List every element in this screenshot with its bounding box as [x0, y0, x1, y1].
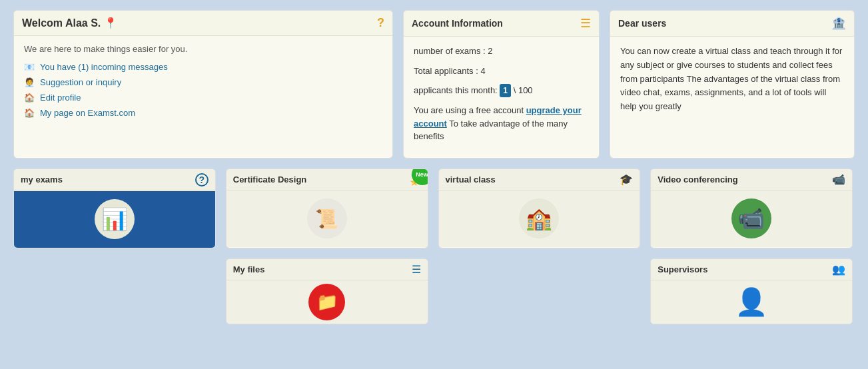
suggestion-icon: 🧑‍💼 [24, 77, 35, 87]
feature-my-exams[interactable]: my exams ? 📊 [13, 169, 216, 248]
my-files-title: My files [233, 264, 265, 274]
supervisors-people-icon: 👥 [832, 263, 845, 276]
my-page-icon: 🏠 [24, 108, 35, 118]
bottom-spacer-2 [438, 258, 641, 324]
exams-count: number of exams : 2 [414, 45, 589, 58]
feature-video-header: Video conferencing 📹 [651, 169, 852, 190]
my-files-body[interactable]: 📁 [226, 280, 428, 324]
feature-virtual-class[interactable]: virtual class 🎓 🏫 [438, 169, 641, 248]
account-list-icon: ☰ [580, 16, 591, 31]
bottom-partial-row: My files ☰ 📁 Supervisors 👥 👤 [13, 258, 855, 324]
email-icon: 📧 [24, 62, 35, 72]
edit-profile-item: 🏠 Edit profile [24, 93, 382, 103]
feature-certificate[interactable]: Certificate Design 🎖️ New 📜 [226, 169, 428, 248]
feature-my-exams-header: my exams ? [14, 169, 215, 191]
my-exams-help-icon[interactable]: ? [195, 173, 209, 186]
welcome-title: Welcom Alaa S. 📍 [22, 17, 117, 29]
dear-card-header: Dear users 🏦 [610, 11, 854, 37]
video-add-icon: 📹 [832, 173, 845, 186]
my-files-list-icon: ☰ [412, 263, 421, 276]
dear-card-body: You can now create a virtual class and t… [610, 37, 854, 122]
supervisors-title: Supervisors [657, 264, 707, 274]
bottom-spacer-1 [13, 258, 216, 324]
suggestion-item: 🧑‍💼 Suggestion or inquiry [24, 77, 382, 87]
applicants-month: applicants this month: 1 \ 100 [414, 84, 589, 97]
my-files-icon: 📁 [308, 284, 345, 320]
graduation-hat-icon: 🎓 [620, 173, 633, 186]
video-conf-title: Video conferencing [657, 175, 737, 184]
edit-profile-link[interactable]: Edit profile [40, 93, 81, 103]
account-title: Account Information [412, 18, 503, 29]
supervisors-body[interactable]: 👤 [651, 280, 852, 324]
my-exams-title: my exams [21, 175, 63, 184]
suggestion-link[interactable]: Suggestion or inquiry [40, 77, 121, 87]
account-card-header: Account Information ☰ [404, 11, 599, 37]
feature-certificate-header: Certificate Design 🎖️ New [226, 169, 428, 190]
certificate-body[interactable]: 📜 [226, 190, 428, 247]
my-exams-body[interactable]: 📊 [14, 191, 215, 248]
virtual-class-icon: 🏫 [519, 198, 559, 238]
welcome-card: Welcom Alaa S. 📍 ? We are here to make t… [13, 10, 393, 159]
edit-profile-icon: 🏠 [24, 93, 35, 103]
supervisors-icon: 👤 [735, 286, 768, 318]
account-card-body: number of exams : 2 Total applicants : 4… [404, 37, 599, 158]
my-exams-icon: 📊 [95, 199, 135, 239]
feature-virtual-class-header: virtual class 🎓 [439, 169, 640, 190]
feature-video-conf[interactable]: Video conferencing 📹 📹 [650, 169, 853, 248]
features-row: my exams ? 📊 Certificate Design 🎖️ New 📜… [13, 169, 855, 248]
incoming-messages-link[interactable]: You have (1) incoming messages [40, 62, 168, 72]
video-conf-icon: 📹 [731, 198, 771, 238]
certificate-icon: 📜 [307, 198, 347, 238]
video-conf-body[interactable]: 📹 [651, 190, 852, 247]
main-content: Welcom Alaa S. 📍 ? We are here to make t… [0, 0, 868, 334]
applicants-total: Total applicants : 4 [414, 65, 589, 78]
my-page-item: 🏠 My page on Examst.com [24, 108, 382, 118]
applicants-badge: 1 [500, 84, 511, 97]
incoming-messages-item: 📧 You have (1) incoming messages [24, 62, 382, 72]
help-icon[interactable]: ? [377, 16, 384, 30]
feature-my-files[interactable]: My files ☰ 📁 [226, 258, 428, 324]
certificate-title: Certificate Design [233, 175, 307, 184]
account-card: Account Information ☰ number of exams : … [403, 10, 600, 159]
welcome-card-body: We are here to make things easier for yo… [14, 36, 392, 131]
dear-users-card: Dear users 🏦 You can now create a virtua… [610, 10, 855, 159]
dear-title: Dear users [618, 18, 666, 29]
top-row: Welcom Alaa S. 📍 ? We are here to make t… [13, 10, 855, 159]
tagline-text: We are here to make things easier for yo… [24, 44, 382, 54]
bank-icon: 🏦 [831, 16, 846, 31]
my-page-link[interactable]: My page on Examst.com [40, 108, 135, 118]
dear-body-text: You can now create a virtual class and t… [620, 45, 844, 114]
virtual-class-body[interactable]: 🏫 [439, 190, 640, 247]
virtual-class-title: virtual class [446, 175, 496, 184]
free-account-text: You are using a free account upgrade you… [414, 104, 589, 143]
my-files-header: My files ☰ [226, 259, 428, 280]
welcome-card-header: Welcom Alaa S. 📍 ? [14, 11, 392, 36]
supervisors-header: Supervisors 👥 [651, 259, 852, 280]
feature-supervisors[interactable]: Supervisors 👥 👤 [650, 258, 853, 324]
